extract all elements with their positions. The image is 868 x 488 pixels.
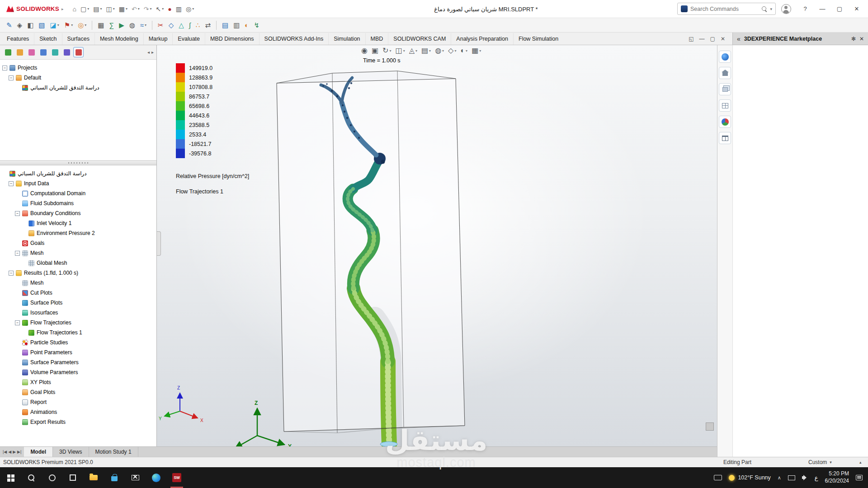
help-icon[interactable]: ? <box>797 0 814 18</box>
user-account-icon[interactable] <box>781 4 791 14</box>
units-button[interactable]: ◧ <box>25 20 35 30</box>
tree-item-environment-pressure-2[interactable]: Environment Pressure 2 <box>0 228 156 238</box>
flow-wizard-button[interactable]: ✎ <box>5 20 14 30</box>
tree-item-flow-trajectories-1[interactable]: Flow Trajectories 1 <box>0 328 156 338</box>
solidworks-menu[interactable]: SOLIDWORKS ▸ <box>3 5 67 12</box>
tree-item-computational-domain[interactable]: Computational Domain <box>0 188 156 198</box>
status-expand-icon[interactable]: ▴ <box>859 460 862 465</box>
task-view-button[interactable] <box>62 467 83 488</box>
tree-item-surface-plots[interactable]: Surface Plots <box>0 298 156 308</box>
tray-overflow-icon[interactable]: ∧ <box>778 475 781 481</box>
expander-icon[interactable]: − <box>15 211 20 216</box>
edge-button[interactable] <box>146 467 166 488</box>
close-icon[interactable]: ✕ <box>848 0 865 18</box>
tab-scroll-left-icon[interactable]: ◂ <box>147 50 150 55</box>
cam-tree-tab[interactable] <box>61 47 72 57</box>
tree-item-xy-plots[interactable]: XY Plots <box>0 377 156 387</box>
custom-properties-icon[interactable] <box>719 132 731 144</box>
doc-tab-motion-study-1[interactable]: Motion Study 1 <box>89 447 138 457</box>
doc-close-icon[interactable]: ✕ <box>721 36 725 42</box>
cortana-button[interactable] <box>42 467 62 488</box>
tree-item-particle-studies[interactable]: Particle Studies <box>0 338 156 347</box>
tree-item-دراسة-التدفق-للشريان-السباتي[interactable]: دراسة التدفق للشريان السباتي <box>0 169 156 178</box>
tree-item-export-results[interactable]: Export Results <box>0 417 156 427</box>
action-center-icon[interactable] <box>856 475 863 480</box>
computational-domain-tool-button[interactable]: ▧ <box>37 20 47 30</box>
save-button[interactable]: ◫▾ <box>104 5 117 14</box>
file-explorer-button[interactable] <box>83 467 104 488</box>
minimize-icon[interactable]: — <box>814 0 831 18</box>
tree-item-surface-parameters[interactable]: Surface Parameters <box>0 357 156 367</box>
tree-item-fluid-subdomains[interactable]: Fluid Subdomains <box>0 198 156 208</box>
featuremanager-tab[interactable] <box>3 47 13 57</box>
doc-tab-scroll-3[interactable]: ▶| <box>17 450 21 454</box>
search-input[interactable] <box>690 6 759 12</box>
tree-item-projects[interactable]: −Projects <box>0 63 156 73</box>
surface-plot-tool-button[interactable]: ◇ <box>167 20 176 30</box>
speaker-icon[interactable] <box>802 475 808 480</box>
touch-keyboard-icon[interactable] <box>714 475 722 480</box>
report-tool-button[interactable]: ▥ <box>231 20 241 30</box>
annotations-button[interactable]: ◬▾ <box>409 47 417 54</box>
design-library-icon[interactable] <box>719 83 731 95</box>
search-caret-icon[interactable]: ▾ <box>770 7 772 11</box>
new-document-button[interactable]: ▢▾ <box>79 5 91 14</box>
taskbar-search-button[interactable] <box>21 467 42 488</box>
doc-tab-scroll-0[interactable]: |◀ <box>3 450 7 454</box>
tree-item-mesh[interactable]: Mesh <box>0 278 156 288</box>
tab-evaluate[interactable]: Evaluate <box>172 33 205 45</box>
marketplace-home-icon[interactable] <box>719 67 731 79</box>
export-tool-button[interactable]: ↯ <box>252 20 261 30</box>
3d-model-scene[interactable]: Z X Y Z X Y <box>157 45 717 446</box>
expander-icon[interactable]: − <box>9 75 14 80</box>
tab-flow-simulation[interactable]: Flow Simulation <box>513 33 563 45</box>
print-button[interactable]: ▦▾ <box>117 5 129 14</box>
propertymanager-tab[interactable] <box>14 47 25 57</box>
search-commands-box[interactable]: ▾ <box>677 3 776 15</box>
panel-collapse-handle[interactable] <box>157 231 161 256</box>
tree-item-boundary-conditions[interactable]: −Boundary Conditions <box>0 208 156 218</box>
start-button[interactable] <box>0 467 21 488</box>
load-results-button[interactable]: ≈▾ <box>138 20 148 30</box>
tree-item-دراسة-التدفق-للشريان-السباتي[interactable]: دراسة التدفق للشريان السباتي <box>0 83 156 93</box>
appearances-scenes-icon[interactable] <box>719 116 731 128</box>
tree-item-default[interactable]: −Default <box>0 73 156 83</box>
options-button[interactable]: ◎▾ <box>184 5 196 14</box>
expander-icon[interactable]: − <box>9 271 14 276</box>
tab-mbd-dimensions[interactable]: MBD Dimensions <box>205 33 259 45</box>
panel-splitter[interactable] <box>0 160 156 165</box>
cm-pin-icon[interactable]: ◱ <box>689 36 693 42</box>
doc-minimize-icon[interactable]: — <box>699 36 705 42</box>
hide-show-button[interactable]: ◇▾ <box>448 47 456 54</box>
view-orientation-button[interactable]: ▤▾ <box>421 47 431 54</box>
language-indicator[interactable]: ع <box>815 474 818 481</box>
zoom-fit-button[interactable]: ◉ <box>361 47 368 54</box>
cut-plot-tool-button[interactable]: ✂ <box>156 20 165 30</box>
doc-tab-3d-views[interactable]: 3D Views <box>53 447 89 457</box>
weather-widget[interactable]: 102°F Sunny <box>729 474 770 481</box>
configurationmanager-tab[interactable] <box>26 47 37 57</box>
tree-item-input-data[interactable]: −Input Data <box>0 178 156 188</box>
tree-item-results-1-fld-1-000-s[interactable]: −Results (1.fld, 1.000 s) <box>0 268 156 278</box>
solver-monitor-button[interactable]: ◍ <box>127 20 137 30</box>
restore-icon[interactable]: ▢ <box>831 0 848 18</box>
tree-item-point-parameters[interactable]: Point Parameters <box>0 347 156 357</box>
tab-simulation[interactable]: Simulation <box>328 33 365 45</box>
tab-mbd[interactable]: MBD <box>365 33 388 45</box>
graphics-area[interactable]: Z X Y Z X Y ◉▣↻▾◫▾◬▾▤▾◍▾◇▾◐▾▦▾ Time = 1.… <box>157 45 717 446</box>
store-button[interactable] <box>104 467 125 488</box>
doc-restore-icon[interactable]: ▢ <box>710 36 715 42</box>
displaymanager-tab[interactable] <box>50 47 60 57</box>
tree-item-flow-trajectories[interactable]: −Flow Trajectories <box>0 318 156 328</box>
search-icon[interactable] <box>762 6 767 12</box>
expander-icon[interactable]: − <box>2 66 7 70</box>
display-style-button[interactable]: ◍▾ <box>435 47 444 54</box>
boundary-condition-tool-button[interactable]: ⚑▾ <box>62 20 75 30</box>
tab-solidworks-add-ins[interactable]: SOLIDWORKS Add-Ins <box>259 33 329 45</box>
doc-tab-scroll-2[interactable]: ▶ <box>13 450 16 454</box>
threedexperience-icon[interactable] <box>719 51 731 63</box>
clock-widget[interactable]: 5:20 PM 6/20/2024 <box>825 470 849 484</box>
display-icon[interactable] <box>788 475 795 480</box>
animation-tool-button[interactable]: ◐ <box>243 20 250 30</box>
status-configuration[interactable]: Custom ▾ <box>808 459 832 465</box>
